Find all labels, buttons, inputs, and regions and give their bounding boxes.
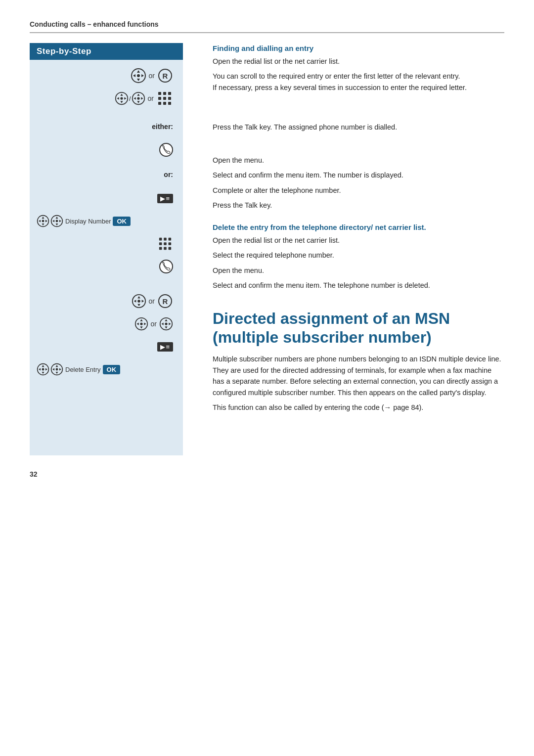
talk-key-icon xyxy=(159,143,173,157)
svg-marker-58 xyxy=(144,322,146,325)
delete-text2: Select the required telephone number. xyxy=(213,250,504,261)
finding-text5: Select and confirm the menu item. The nu… xyxy=(213,170,504,180)
step-row-either: either: xyxy=(35,118,178,136)
svg-marker-7 xyxy=(120,93,123,95)
page: Conducting calls – enhanced functions St… xyxy=(0,0,534,756)
svg-rect-20 xyxy=(168,92,171,95)
step-row-talk xyxy=(35,141,178,159)
svg-point-65 xyxy=(165,322,167,325)
svg-rect-21 xyxy=(158,97,161,100)
header-text: Conducting calls – enhanced functions xyxy=(30,20,159,28)
svg-marker-34 xyxy=(56,217,58,219)
svg-rect-43 xyxy=(164,242,167,245)
svg-marker-74 xyxy=(56,372,58,374)
step-row-display-number: Display Number OK xyxy=(35,212,178,230)
finding-text4: Open the menu. xyxy=(213,155,504,166)
svg-marker-3 xyxy=(133,74,135,77)
svg-point-5 xyxy=(137,74,140,77)
or-colon-label: or: xyxy=(35,171,178,178)
svg-rect-19 xyxy=(163,92,166,95)
nav-icon-2b xyxy=(132,91,145,105)
svg-rect-42 xyxy=(159,242,162,245)
svg-point-11 xyxy=(120,97,123,99)
ok-button-delete: OK xyxy=(103,365,121,374)
delete-text4: Select and confirm the menu item. The te… xyxy=(213,280,504,291)
or-label-2: or xyxy=(148,94,154,102)
svg-marker-50 xyxy=(137,304,140,307)
msn-heading: Directed assignment of an MSN (multiple … xyxy=(213,309,504,347)
svg-marker-14 xyxy=(137,101,139,103)
step-row-del-nav-r: or R xyxy=(35,292,178,310)
r-button-icon-del: R xyxy=(158,294,172,308)
nav-icon-2a xyxy=(115,91,129,105)
svg-rect-39 xyxy=(159,238,162,241)
or-label-del-1: or xyxy=(149,297,155,305)
svg-rect-22 xyxy=(163,97,166,100)
either-label: either: xyxy=(35,123,178,131)
svg-rect-47 xyxy=(169,247,172,250)
svg-marker-31 xyxy=(45,220,47,222)
svg-point-59 xyxy=(140,322,142,325)
svg-rect-26 xyxy=(168,102,171,105)
svg-marker-73 xyxy=(56,365,58,367)
svg-marker-8 xyxy=(120,101,123,103)
svg-marker-13 xyxy=(137,93,139,95)
finding-text1: Open the redial list or the net carrier … xyxy=(213,56,504,67)
step-row-talk2 xyxy=(35,258,178,275)
delete-heading: Delete the entry from the telephone dire… xyxy=(213,223,504,231)
display-number-label: Display Number xyxy=(65,218,111,225)
svg-point-53 xyxy=(137,300,140,303)
svg-point-38 xyxy=(56,220,58,222)
finding-text2: You can scroll to the required entry or … xyxy=(213,71,504,93)
menu-icon-2: ▶≡ xyxy=(157,342,173,352)
keypad-icon-1 xyxy=(157,91,172,106)
nav-icon-de-2 xyxy=(50,363,63,376)
finding-text3: Press the Talk key. The assigned phone n… xyxy=(213,122,504,133)
svg-marker-51 xyxy=(134,300,136,303)
menu-icon-1: ▶≡ xyxy=(157,194,173,203)
svg-marker-4 xyxy=(141,74,144,77)
talk-key-icon-2 xyxy=(159,260,173,273)
svg-point-32 xyxy=(42,220,44,222)
nav-icon-de-1 xyxy=(37,363,49,376)
svg-marker-76 xyxy=(59,368,61,371)
svg-marker-37 xyxy=(59,220,61,222)
msn-text1: Multiple subscriber numbers are phone nu… xyxy=(213,354,504,398)
svg-marker-2 xyxy=(137,79,140,81)
step-row-del-nav-nav: or xyxy=(35,315,178,333)
step-row-del-menu: ▶≡ xyxy=(35,338,178,356)
finding-text6: Complete or alter the telephone number. xyxy=(213,185,504,196)
svg-marker-10 xyxy=(124,97,126,99)
svg-marker-49 xyxy=(137,296,140,299)
svg-marker-57 xyxy=(136,322,138,325)
svg-marker-9 xyxy=(117,97,119,99)
nav-icon-dn-1 xyxy=(37,215,49,227)
ok-button-display: OK xyxy=(113,217,131,226)
step-by-step-box: Step-by-Step xyxy=(30,43,183,455)
svg-rect-44 xyxy=(169,242,172,245)
step-by-step-header: Step-by-Step xyxy=(30,43,183,60)
svg-rect-46 xyxy=(164,247,167,250)
step-row-keypad2 xyxy=(35,235,178,253)
r-button-icon: R xyxy=(158,69,172,83)
svg-marker-52 xyxy=(141,300,144,303)
svg-rect-25 xyxy=(163,102,166,105)
nav-icon-dn-2 xyxy=(50,215,63,227)
svg-marker-1 xyxy=(137,70,140,73)
svg-marker-69 xyxy=(39,368,41,371)
nav-icon-del-2b xyxy=(159,317,173,331)
svg-marker-29 xyxy=(42,223,44,225)
delete-text3: Open the menu. xyxy=(213,265,504,276)
svg-marker-30 xyxy=(39,220,41,222)
svg-marker-61 xyxy=(165,319,167,321)
svg-rect-24 xyxy=(158,102,161,105)
svg-marker-62 xyxy=(165,326,167,328)
svg-marker-28 xyxy=(42,217,44,219)
delete-text1: Open the redial list or the net carrier … xyxy=(213,235,504,246)
svg-rect-41 xyxy=(169,238,172,241)
step-row-nav-r: or R xyxy=(35,67,178,85)
nav-icon-1 xyxy=(131,68,146,84)
step-row-menu: ▶≡ xyxy=(35,189,178,207)
svg-rect-23 xyxy=(168,97,171,100)
svg-marker-75 xyxy=(52,368,54,371)
